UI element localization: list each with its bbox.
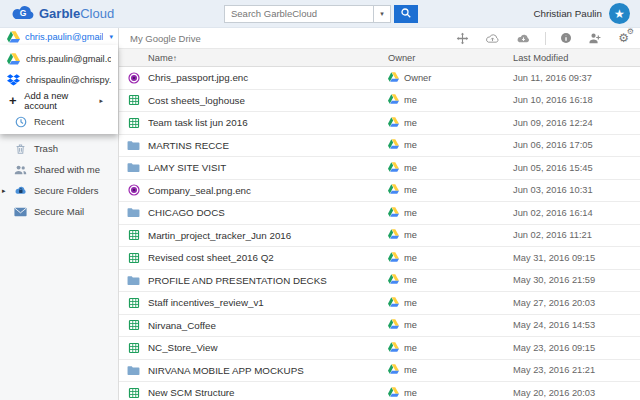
file-owner: me: [404, 118, 417, 128]
file-owner: me: [404, 388, 417, 398]
caret-down-icon: ▾: [109, 33, 113, 41]
file-name: Cost sheets_loghouse: [148, 95, 388, 106]
google-drive-icon: [388, 274, 399, 286]
cloud-download-button[interactable]: [516, 33, 531, 44]
add-user-icon: [588, 32, 602, 44]
google-drive-icon: [388, 207, 399, 219]
file-name: Staff incentives_review_v1: [148, 297, 388, 308]
search-options-button[interactable]: ▾: [374, 5, 391, 23]
logo-text-light: Cloud: [80, 6, 114, 21]
file-owner: me: [404, 230, 417, 240]
file-row[interactable]: LAMY SITE VISIT me Jun 05, 2016 15:45: [119, 157, 640, 180]
file-row[interactable]: Nirvana_Coffee me May 24, 2016 14:53: [119, 315, 640, 338]
google-drive-icon: [388, 139, 399, 151]
file-modified: May 27, 2016 20:03: [513, 298, 640, 308]
column-header-name[interactable]: Name↑: [148, 53, 388, 63]
spreadsheet-icon: [119, 342, 148, 354]
google-drive-icon: [7, 53, 20, 65]
file-name: NIRVANA MOBILE APP MOCKUPS: [148, 365, 388, 376]
account-item[interactable]: chrispaulin@chrispy.com: [0, 69, 118, 90]
file-row[interactable]: Company_seal.png.enc me Jun 03, 2016 10:…: [119, 180, 640, 203]
trash-icon: [14, 143, 27, 155]
file-name: Nirvana_Coffee: [148, 320, 388, 331]
cloud-g-icon: G: [10, 4, 36, 23]
file-row[interactable]: MARTINS RECCE me Jun 06, 2016 17:05: [119, 135, 640, 158]
spreadsheet-icon: [119, 94, 148, 106]
search-button[interactable]: [394, 5, 418, 23]
search-bar: ▾: [224, 5, 418, 23]
file-row[interactable]: New SCM Structure me May 20, 2016 20:03: [119, 382, 640, 400]
file-row[interactable]: Cost sheets_loghouse me Jun 10, 2016 16:…: [119, 90, 640, 113]
file-name: NC_Store_View: [148, 342, 388, 353]
sidebar-item-label: Secure Mail: [34, 206, 84, 217]
chevron-right-icon: ▸: [99, 97, 103, 105]
file-name: LAMY SITE VISIT: [148, 162, 388, 173]
user-name: Christian Paulin: [533, 8, 602, 19]
google-drive-icon: [388, 94, 399, 106]
google-drive-icon: [388, 387, 399, 399]
sidebar-item-recent[interactable]: Recent: [0, 111, 118, 132]
current-account-email: chris.paulin@gmail.com: [25, 32, 103, 42]
spreadsheet-icon: [119, 297, 148, 309]
file-row[interactable]: Team task list jun 2016 me Jun 09, 2016 …: [119, 112, 640, 135]
file-owner: me: [404, 320, 417, 330]
file-name: PROFILE AND PRESENTATION DECKS: [148, 275, 388, 286]
google-drive-icon: [388, 72, 399, 84]
file-owner: me: [404, 95, 417, 105]
breadcrumb[interactable]: My Google Drive: [130, 33, 201, 44]
search-input[interactable]: [224, 5, 374, 23]
settings-icon: ⚙⚙: [618, 32, 629, 44]
spreadsheet-icon: [119, 319, 148, 331]
star-icon: ★: [614, 8, 625, 20]
add-user-button[interactable]: [588, 32, 602, 44]
dropbox-icon: [7, 74, 20, 86]
file-row[interactable]: NIRVANA MOBILE APP MOCKUPS me May 23, 20…: [119, 360, 640, 383]
sidebar-item-secure-folders[interactable]: ▸ Secure Folders: [0, 180, 118, 201]
sidebar-item-secure-mail[interactable]: Secure Mail: [0, 201, 118, 222]
svg-text:G: G: [20, 8, 27, 18]
move-button[interactable]: [456, 32, 469, 45]
file-name: Team task list jun 2016: [148, 117, 388, 128]
caret-down-icon: ▾: [380, 10, 384, 18]
file-row[interactable]: Staff incentives_review_v1 me May 27, 20…: [119, 292, 640, 315]
account-menu: chris.paulin@gmail.com chrispaulin@chris…: [0, 45, 118, 134]
file-modified: Jun 06, 2016 17:05: [513, 140, 640, 150]
column-header-modified[interactable]: Last Modified: [513, 53, 640, 63]
add-account-label: Add a new account: [24, 91, 93, 111]
account-switcher[interactable]: chris.paulin@gmail.com ▾: [0, 28, 118, 45]
magnifier-icon: [400, 7, 412, 21]
file-list: Chris_passport.jpg.enc Owner Jun 11, 201…: [119, 67, 640, 400]
settings-button[interactable]: ⚙⚙: [618, 32, 629, 44]
avatar[interactable]: ★: [609, 3, 630, 24]
file-row[interactable]: PROFILE AND PRESENTATION DECKS me May 30…: [119, 270, 640, 293]
file-owner: me: [404, 185, 417, 195]
file-owner: me: [404, 365, 417, 375]
google-drive-icon: [388, 364, 399, 376]
file-row[interactable]: CHICAGO DOCS me Jun 02, 2016 16:14: [119, 202, 640, 225]
info-button[interactable]: [560, 32, 572, 44]
breadcrumb-bar: My Google Drive ⚙⚙: [119, 28, 640, 49]
file-row[interactable]: Martin_project_tracker_Jun 2016 me Jun 0…: [119, 225, 640, 248]
google-drive-icon: [388, 252, 399, 264]
sidebar-item-trash[interactable]: Trash: [0, 138, 118, 159]
file-row[interactable]: NC_Store_View me May 23, 2016 09:15: [119, 337, 640, 360]
google-drive-icon: [388, 229, 399, 241]
sidebar-item-label: Shared with me: [34, 164, 100, 175]
app-logo[interactable]: G GarbleCloud: [10, 4, 120, 23]
google-drive-icon: [7, 31, 20, 43]
file-modified: May 23, 2016 21:21: [513, 365, 640, 375]
column-header-owner[interactable]: Owner: [388, 53, 513, 63]
user-menu[interactable]: Christian Paulin ★: [533, 3, 630, 24]
file-name: MARTINS RECCE: [148, 140, 388, 151]
file-row[interactable]: Revised cost sheet_2016 Q2 me May 31, 20…: [119, 247, 640, 270]
file-row[interactable]: Chris_passport.jpg.enc Owner Jun 11, 201…: [119, 67, 640, 90]
account-item[interactable]: chris.paulin@gmail.com: [0, 48, 118, 69]
spreadsheet-icon: [119, 229, 148, 241]
cloud-upload-button[interactable]: [485, 33, 500, 44]
sidebar-item-shared-with-me[interactable]: Shared with me: [0, 159, 118, 180]
file-modified: May 23, 2016 09:15: [513, 343, 640, 353]
sidebar-item-label: Trash: [34, 143, 58, 154]
expand-chevron-icon[interactable]: ▸: [2, 187, 6, 195]
add-account-button[interactable]: + Add a new account ▸: [0, 90, 118, 111]
toolbar: ⚙⚙: [456, 32, 629, 45]
